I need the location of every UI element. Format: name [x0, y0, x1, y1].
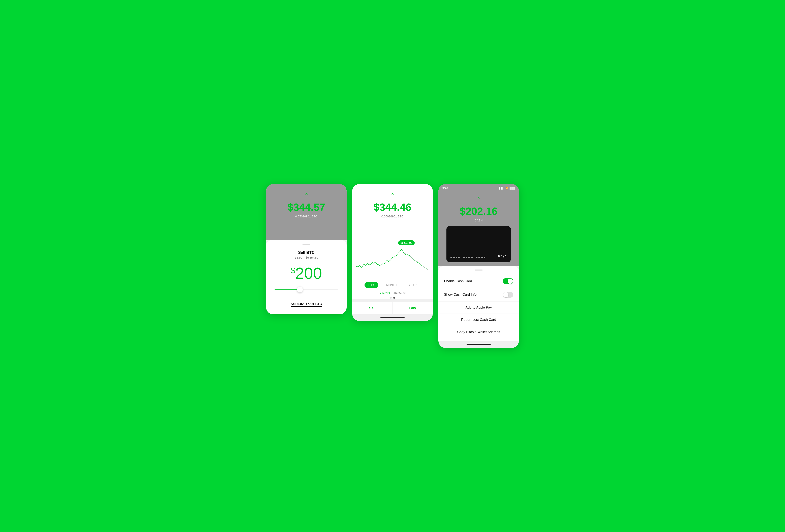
card-dot [469, 257, 470, 258]
sell-sheet-subtitle: 1 BTC = $6,854.50 [273, 256, 340, 259]
dot-2 [393, 297, 395, 299]
wifi-icon: 📶 [505, 187, 508, 189]
sell-sheet: Sell BTC 1 BTC = $6,854.50 $200 Sell 0.0… [266, 240, 347, 314]
cash-card: 6794 [447, 226, 511, 262]
signal-icon: ▌▌▌ [499, 187, 504, 189]
card-dot [466, 257, 467, 258]
slider-track [275, 289, 338, 290]
toggle-thumb [508, 278, 513, 284]
price-value-stat: $6,852.38 [394, 291, 406, 295]
card-dots [451, 257, 485, 258]
apple-pay-row[interactable]: Add to Apple Pay [438, 301, 519, 314]
enable-card-toggle[interactable] [503, 278, 513, 284]
buy-button[interactable]: Buy [393, 302, 433, 314]
home-indicator-3 [466, 344, 491, 345]
card-dot [456, 257, 457, 258]
time-tabs: DAY MONTH YEAR [354, 282, 431, 288]
card-dot [476, 257, 477, 258]
chart-area: $6,637.92 [352, 236, 433, 299]
btc-wallet-row[interactable]: Copy Bitcoin Wallet Address [438, 326, 519, 338]
sell-footer-text: Sell 0.02917791 BTC [273, 302, 340, 307]
show-info-row: Show Cash Card Info [438, 288, 519, 301]
tab-month[interactable]: MONTH [382, 282, 401, 288]
slider-fill [275, 289, 300, 290]
screen-sell-btc: ⌃ $344.57 0.05026901 BTC Sell BTC 1 BTC … [266, 184, 347, 314]
battery-icon: ▓▓▓ [510, 187, 515, 189]
card-dot [478, 257, 480, 258]
card-dot [484, 257, 485, 258]
btc-wallet-label: Copy Bitcoin Wallet Address [457, 330, 500, 334]
chart-balance-sub: 0.05026901 BTC [381, 215, 404, 218]
card-last-four: 6794 [498, 255, 507, 258]
sell-footer: Sell 0.02917791 BTC [273, 298, 340, 307]
sell-btc-label: Sell 0.02917791 BTC [291, 302, 322, 307]
settings-handle [475, 269, 483, 270]
card-dot-group-2 [463, 257, 473, 258]
amount-slider[interactable] [273, 289, 340, 290]
show-info-toggle[interactable] [503, 292, 513, 298]
chevron-up-icon-2[interactable]: ⌃ [390, 192, 395, 199]
tab-year[interactable]: YEAR [405, 282, 421, 288]
chart-tooltip: $6,637.92 [398, 240, 415, 245]
price-chart [356, 238, 429, 274]
action-buttons: Sell Buy [352, 302, 433, 314]
dot-1 [390, 297, 392, 299]
chevron-up-icon[interactable]: ⌃ [304, 192, 309, 199]
card-dot [481, 257, 483, 258]
card-dot [451, 257, 452, 258]
card-dot [458, 257, 460, 258]
card-dot [463, 257, 465, 258]
sell-sheet-title: Sell BTC [273, 250, 340, 255]
chart-wrapper: $6,637.92 [354, 238, 431, 278]
sell-button[interactable]: Sell [352, 302, 393, 314]
dollar-sign: $ [290, 266, 295, 275]
apple-pay-label: Add to Apple Pay [465, 305, 492, 309]
chart-stats: ▲ 5.01% $6,852.38 [354, 291, 431, 295]
status-time: 9:43 [442, 186, 448, 190]
status-bar: 9:43 ▌▌▌ 📶 ▓▓▓ [438, 184, 519, 191]
screen-btc-chart: ⌃ $344.46 0.05026901 BTC $6,637.92 [352, 184, 433, 321]
tab-day[interactable]: DAY [364, 282, 378, 288]
price-change-stat: ▲ 5.01% [379, 291, 390, 295]
btc-balance-sub: 0.05026901 BTC [295, 215, 318, 218]
btc-balance-amount: $344.57 [287, 201, 325, 213]
card-dot [471, 257, 473, 258]
card-dot [453, 257, 455, 258]
screen1-top: ⌃ $344.57 0.05026901 BTC [266, 184, 347, 240]
report-lost-row[interactable]: Report Lost Cash Card [438, 314, 519, 326]
enable-card-label: Enable Cash Card [444, 279, 472, 283]
screen-cash-card: 9:43 ▌▌▌ 📶 ▓▓▓ ⌃ $202.16 CASH [438, 184, 519, 348]
toggle-thumb-2 [503, 292, 508, 297]
screen2-top: ⌃ $344.46 0.05026901 BTC [352, 184, 433, 236]
dots-indicator [354, 297, 431, 299]
card-dot-group-1 [451, 257, 460, 258]
chevron-up-icon-3[interactable]: ⌃ [476, 196, 481, 203]
report-lost-label: Report Lost Cash Card [461, 318, 496, 322]
cash-balance-label: CASH [475, 219, 483, 222]
sell-amount: $200 [273, 265, 340, 282]
slider-thumb[interactable] [297, 287, 303, 292]
sheet-handle [302, 244, 310, 245]
cash-balance-amount: $202.16 [460, 205, 498, 217]
status-icons: ▌▌▌ 📶 ▓▓▓ [499, 187, 515, 189]
enable-card-row: Enable Cash Card [438, 274, 519, 288]
settings-sheet: Enable Cash Card Show Cash Card Info Add… [438, 266, 519, 341]
screen3-top: ⌃ $202.16 CASH [438, 184, 519, 266]
card-dot-group-3 [476, 257, 485, 258]
show-info-label: Show Cash Card Info [444, 293, 477, 297]
home-indicator [380, 317, 405, 318]
screens-container: ⌃ $344.57 0.05026901 BTC Sell BTC 1 BTC … [262, 184, 523, 348]
chart-balance-amount: $344.46 [374, 201, 411, 213]
